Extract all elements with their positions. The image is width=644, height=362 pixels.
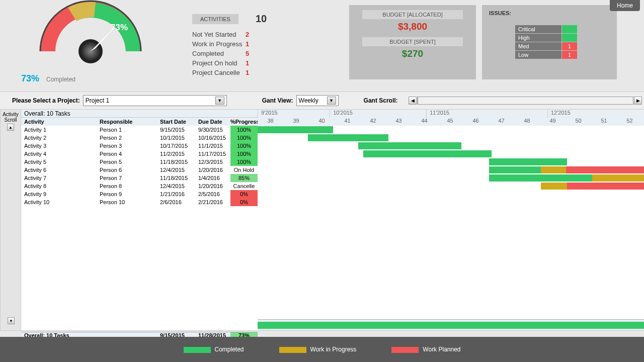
- cell-start: 2/6/2016: [157, 198, 195, 206]
- gantt-month: 10'2015: [330, 110, 426, 118]
- activity-stat-value: 1: [246, 40, 249, 48]
- gantt-week: 42: [360, 118, 386, 126]
- cell-due: 2/5/2016: [195, 190, 230, 198]
- cell-due: 11/1/2015: [195, 142, 230, 150]
- gantt-row: [258, 182, 644, 190]
- gantt-bar: [489, 174, 592, 182]
- gantt-row: [258, 174, 644, 182]
- gantt-chart: 9'201510'201511'201512'2015 383940414243…: [258, 110, 644, 331]
- gant-view-value: Weekly: [299, 97, 318, 104]
- legend-swatch-planned: [391, 347, 419, 353]
- gantt-week: 51: [591, 118, 617, 126]
- legend-planned: Work Planned: [423, 346, 460, 353]
- project-select[interactable]: Project 1 ▼: [83, 95, 227, 106]
- activity-stat-row: Project On hold1: [192, 58, 343, 68]
- issues-title: ISSUES:: [489, 10, 610, 16]
- gantt-row: [258, 166, 644, 174]
- cell-activity: Activity 1: [21, 126, 97, 134]
- activities-panel: ACTIVITIES 10 Not Yet Started2Work in Pr…: [192, 0, 343, 88]
- budget-spent-value: $270: [349, 48, 476, 59]
- gantt-bar: [592, 174, 644, 182]
- issue-label: High: [515, 34, 561, 42]
- issue-value: [562, 34, 577, 42]
- cell-activity: Activity 2: [21, 134, 97, 142]
- issue-label: Med: [515, 42, 561, 50]
- cell-progress: Cancelle: [230, 182, 258, 190]
- gantt-week: 40: [309, 118, 335, 126]
- activity-stat-value: 1: [246, 59, 249, 67]
- gantt-month: 12'2015: [547, 110, 644, 118]
- cell-start: 10/17/2015: [157, 142, 195, 150]
- gantt-week: 39: [283, 118, 309, 126]
- gauge-panel: 73% 73% Completed: [5, 0, 186, 88]
- gauge-value: 73%: [111, 23, 128, 33]
- gant-scroll-thumb[interactable]: [418, 97, 418, 104]
- cell-start: 9/15/2015: [157, 126, 195, 134]
- budget-allocated-value: $3,800: [349, 21, 476, 32]
- home-button[interactable]: Home: [610, 0, 640, 11]
- gantt-row: [258, 134, 644, 142]
- gantt-week: 50: [566, 118, 591, 126]
- cell-responsible: Person 1: [97, 126, 157, 134]
- cell-responsible: Person 7: [97, 174, 157, 182]
- gantt-row: [258, 158, 644, 166]
- gantt-row: [258, 150, 644, 158]
- activity-stat-value: 5: [246, 50, 249, 57]
- cell-responsible: Person 4: [97, 150, 157, 158]
- col-progress: %Progress: [230, 118, 258, 126]
- cell-due: 10/16/2015: [195, 134, 230, 142]
- gant-view-select[interactable]: Weekly ▼: [296, 95, 339, 106]
- budget-panel: BUDGET [ALLOCATED] $3,800 BUDGET [SPENT]…: [349, 5, 476, 79]
- gantt-week: 48: [514, 118, 540, 126]
- table-row: Activity 6 Person 6 12/4/2015 1/20/2016 …: [21, 166, 258, 174]
- activity-scroll-up[interactable]: ▲: [7, 124, 14, 131]
- legend-footer: Completed Work in Progress Work Planned: [0, 337, 644, 362]
- gantt-bar: [489, 158, 567, 165]
- activity-scroll-panel: Activity Scroll ▲ ▼: [0, 110, 21, 331]
- activity-scroll-down[interactable]: ▼: [8, 317, 15, 324]
- cell-start: 12/4/2015: [157, 166, 195, 174]
- cell-start: 10/1/2015: [157, 134, 195, 142]
- cell-responsible: Person 2: [97, 134, 157, 142]
- cell-responsible: Person 9: [97, 190, 157, 198]
- cell-responsible: Person 5: [97, 158, 157, 166]
- activity-stat-row: Completed5: [192, 49, 343, 58]
- gauge-icon: [20, 0, 176, 81]
- cell-responsible: Person 3: [97, 142, 157, 150]
- gantt-row: [258, 190, 644, 198]
- budget-spent-label: BUDGET [SPENT]: [362, 37, 463, 46]
- table-row: Activity 3 Person 3 10/17/2015 11/1/2015…: [21, 142, 258, 150]
- gantt-week: 44: [412, 118, 437, 126]
- cell-start: 11/18/2015: [157, 174, 195, 182]
- table-row: Activity 9 Person 9 1/21/2016 2/5/2016 0…: [21, 190, 258, 198]
- gantt-week: 38: [258, 118, 283, 126]
- cell-start: 1/21/2016: [157, 190, 195, 198]
- gant-scroll-right[interactable]: ▶: [634, 97, 642, 105]
- gantt-week: 46: [463, 118, 489, 126]
- gant-scroll-label: Gant Scroll:: [364, 97, 398, 104]
- cell-responsible: Person 10: [97, 198, 157, 206]
- cell-activity: Activity 8: [21, 182, 97, 190]
- project-select-value: Project 1: [86, 97, 109, 104]
- activities-heading: ACTIVITIES: [192, 14, 238, 24]
- gantt-bar: [567, 183, 644, 190]
- gantt-week: 41: [335, 118, 360, 126]
- gantt-bar: [541, 166, 566, 173]
- gantt-week: 49: [540, 118, 566, 126]
- gantt-month: 9'2015: [258, 110, 330, 118]
- cell-responsible: Person 8: [97, 182, 157, 190]
- gantt-bar: [258, 126, 333, 133]
- gantt-bar: [489, 166, 541, 173]
- gant-scroll-left[interactable]: ◀: [409, 97, 417, 105]
- issue-value: [562, 25, 577, 33]
- cell-activity: Activity 6: [21, 166, 97, 174]
- cell-activity: Activity 9: [21, 190, 97, 198]
- activity-stat-value: 1: [246, 69, 249, 76]
- gantt-bar: [566, 166, 644, 173]
- activity-stat-label: Project On hold: [192, 59, 246, 67]
- cell-activity: Activity 7: [21, 174, 97, 182]
- gantt-week: 52: [617, 118, 642, 126]
- cell-due: 1/20/2016: [195, 182, 230, 190]
- gant-scroll-track[interactable]: [417, 97, 633, 105]
- cell-progress: 85%: [230, 174, 258, 182]
